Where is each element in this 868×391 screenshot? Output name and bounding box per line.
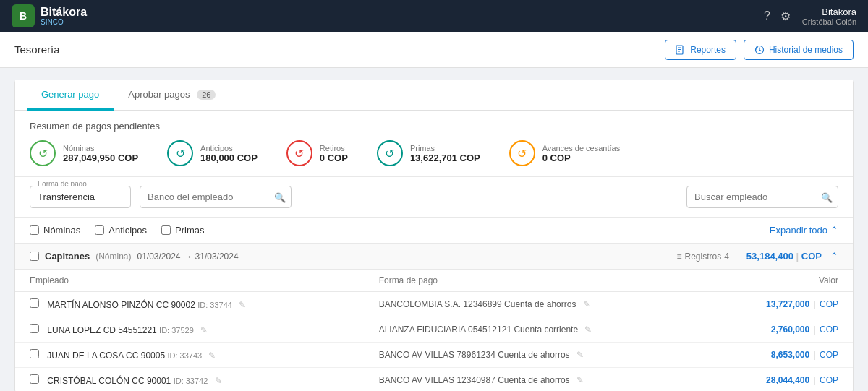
primas-value: 13,622,701 COP: [410, 152, 480, 163]
cell-empleado: LUNA LOPEZ CD 54551221 ID: 37529 ✎: [15, 317, 365, 343]
col-forma-pago: Forma de pago: [365, 270, 709, 292]
chevron-up-icon: ⌃: [830, 225, 838, 236]
registros-label: ≡ Registros 4: [676, 252, 728, 262]
table-row: CRISTÓBAL COLÓN CC 90001 ID: 33742 ✎ BAN…: [15, 368, 853, 392]
anticipos-label: Anticipos: [200, 144, 258, 152]
cell-forma-pago: ALIANZA FIDUCIARIA 054512121 Cuenta corr…: [365, 317, 709, 343]
user-info: Bitákora Cristóbal Colón: [802, 7, 856, 26]
settings-icon[interactable]: ⚙: [780, 9, 791, 23]
summary-card-nominas: ↺ Nóminas 287,049,950 COP: [30, 140, 138, 166]
col-valor: Valor: [709, 270, 853, 292]
help-icon[interactable]: ?: [764, 9, 770, 23]
summary-card-anticipos: ↺ Anticipos 180,000 COP: [167, 140, 258, 166]
tab-aprobar-badge: 26: [197, 90, 216, 100]
group-total: 53,184,400 | COP: [746, 251, 822, 262]
group-header-capitanes: Capitanes (Nómina) 01/03/2024 → 31/03/20…: [15, 244, 853, 270]
group-name: Capitanes: [45, 251, 90, 262]
retiros-icon: ↺: [286, 140, 312, 166]
cell-forma-pago: BANCO AV VILLAS 12340987 Cuenta de ahorr…: [365, 368, 709, 392]
data-table-section: Empleado Forma de pago Valor MARTÍN ALON…: [15, 270, 853, 391]
avances-label: Avances de cesantías: [542, 144, 620, 152]
topnav-icons: ? ⚙: [764, 9, 791, 23]
cell-valor: 2,760,000 | COP: [709, 317, 853, 343]
anticipos-icon: ↺: [167, 140, 193, 166]
payment-edit-icon[interactable]: ✎: [576, 350, 584, 360]
subheader: Tesorería Reportes Historial de medios: [0, 32, 868, 68]
cell-empleado: CRISTÓBAL COLÓN CC 90001 ID: 33742 ✎: [15, 368, 365, 392]
user-app-name: Bitákora: [802, 7, 856, 17]
reportes-icon: [676, 45, 686, 55]
row-checkbox[interactable]: [30, 324, 39, 333]
buscar-search-icon: 🔍: [821, 192, 833, 202]
edit-icon[interactable]: ✎: [200, 325, 208, 335]
checkbox-group: Nóminas Anticipos Primas: [30, 225, 205, 236]
summary-title: Resumen de pagos pendientes: [30, 121, 838, 132]
summary-card-primas: ↺ Primas 13,622,701 COP: [377, 140, 480, 166]
tab-aprobar-pagos[interactable]: Aprobar pagos 26: [114, 80, 230, 111]
checkbox-anticipos[interactable]: Anticipos: [95, 225, 147, 236]
col-empleado: Empleado: [15, 270, 365, 292]
checkboxes-row: Nóminas Anticipos Primas Expandir todo ⌃: [15, 218, 853, 244]
banco-group: 🔍: [140, 186, 292, 208]
filters-row: Forma de pago Transferencia 🔍 🔍: [15, 177, 853, 218]
buscar-empleado-input[interactable]: [686, 186, 838, 208]
edit-icon[interactable]: ✎: [239, 300, 246, 310]
tab-generar-pago[interactable]: Generar pago: [27, 80, 114, 111]
row-checkbox[interactable]: [30, 374, 39, 384]
expand-all-button[interactable]: Expandir todo ⌃: [770, 225, 838, 236]
summary-cards: ↺ Nóminas 287,049,950 COP ↺ Anticipos 18…: [30, 140, 838, 166]
subheader-actions: Reportes Historial de medios: [665, 40, 854, 60]
logo-area: B Bitákora SINCO: [12, 4, 87, 27]
table-row: LUNA LOPEZ CD 54551221 ID: 37529 ✎ ALIAN…: [15, 317, 853, 343]
nominas-label: Nóminas: [63, 144, 138, 152]
summary-section: Resumen de pagos pendientes ↺ Nóminas 28…: [15, 111, 853, 177]
anticipos-value: 180,000 COP: [200, 152, 258, 163]
edit-icon[interactable]: ✎: [215, 376, 222, 386]
row-checkbox[interactable]: [30, 349, 39, 358]
avances-value: 0 COP: [542, 152, 620, 163]
cell-forma-pago: BANCOLOMBIA S.A. 12346899 Cuenta de ahor…: [365, 292, 709, 317]
topnav-right: ? ⚙ Bitákora Cristóbal Colón: [764, 7, 856, 26]
group-type: (Nómina): [95, 252, 131, 262]
edit-icon[interactable]: ✎: [208, 351, 216, 361]
tabs-bar: Generar pago Aprobar pagos 26: [15, 80, 853, 111]
checkbox-primas[interactable]: Primas: [161, 225, 204, 236]
cell-valor: 13,727,000 | COP: [709, 292, 853, 317]
main-content: Generar pago Aprobar pagos 26 Resumen de…: [0, 68, 868, 391]
cell-valor: 8,653,000 | COP: [709, 343, 853, 368]
primas-label: Primas: [410, 144, 480, 152]
group-checkbox[interactable]: [30, 252, 39, 261]
summary-card-avances: ↺ Avances de cesantías 0 COP: [509, 140, 620, 166]
retiros-label: Retiros: [320, 144, 348, 152]
employees-table: Empleado Forma de pago Valor MARTÍN ALON…: [15, 270, 853, 391]
forma-pago-select[interactable]: Transferencia: [30, 186, 131, 208]
reportes-button[interactable]: Reportes: [665, 40, 736, 60]
main-panel: Generar pago Aprobar pagos 26 Resumen de…: [14, 80, 854, 391]
table-row: JUAN DE LA COSA CC 90005 ID: 33743 ✎ BAN…: [15, 343, 853, 368]
app-logo-icon: B: [12, 4, 35, 27]
table-row: MARTÍN ALONSO PINZÓN CC 90002 ID: 33744 …: [15, 292, 853, 317]
retiros-value: 0 COP: [320, 152, 348, 163]
cell-empleado: MARTÍN ALONSO PINZÓN CC 90002 ID: 33744 …: [15, 292, 365, 317]
nominas-value: 287,049,950 COP: [63, 152, 138, 163]
banco-search-icon: 🔍: [274, 192, 286, 202]
checkbox-nominas[interactable]: Nóminas: [30, 225, 80, 236]
historial-button[interactable]: Historial de medios: [744, 40, 854, 60]
cell-empleado: JUAN DE LA COSA CC 90005 ID: 33743 ✎: [15, 343, 365, 368]
top-navigation: B Bitákora SINCO ? ⚙ Bitákora Cristóbal …: [0, 0, 868, 32]
payment-edit-icon[interactable]: ✎: [583, 299, 590, 309]
buscar-empleado-wrapper: 🔍: [686, 186, 838, 208]
user-full-name: Cristóbal Colón: [802, 17, 856, 26]
payment-edit-icon[interactable]: ✎: [584, 325, 592, 335]
group-collapse-icon[interactable]: ⌃: [830, 251, 838, 262]
page-title: Tesorería: [14, 43, 60, 56]
payment-edit-icon[interactable]: ✎: [576, 375, 584, 385]
filters-left: Forma de pago Transferencia 🔍: [30, 186, 292, 208]
cell-valor: 28,044,400 | COP: [709, 368, 853, 392]
banco-input[interactable]: [140, 186, 292, 208]
forma-pago-group: Forma de pago Transferencia: [30, 186, 131, 208]
group-dates: 01/03/2024 → 31/03/2024: [137, 252, 238, 262]
registros-icon: ≡: [676, 252, 681, 262]
primas-icon: ↺: [377, 140, 403, 166]
row-checkbox[interactable]: [30, 298, 39, 308]
